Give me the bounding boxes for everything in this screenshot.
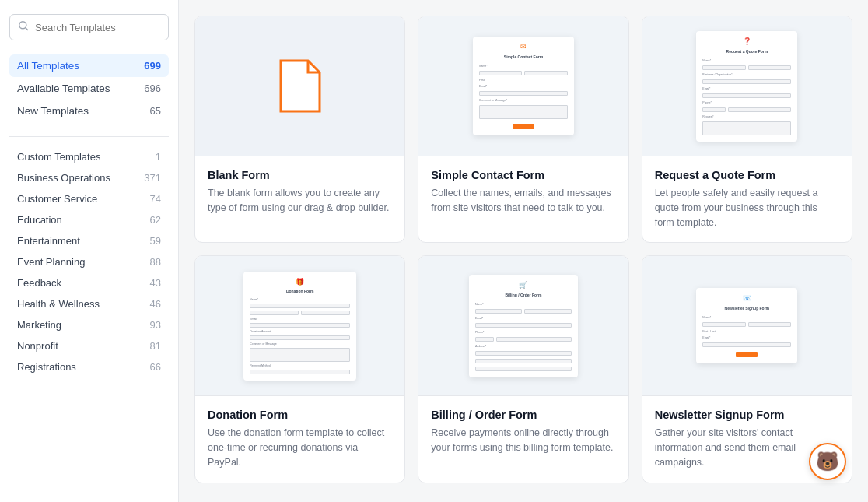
sidebar-cat-count: 1 bbox=[156, 151, 161, 163]
mini-icon-quote: ❓ bbox=[702, 37, 791, 45]
card-title: Donation Form bbox=[208, 409, 392, 421]
mini-title-contact: Simple Contact Form bbox=[479, 54, 568, 59]
sidebar-item-event-planning[interactable]: Event Planning 88 bbox=[9, 251, 169, 272]
card-title: Blank Form bbox=[208, 169, 392, 181]
sidebar-cat-label: Feedback bbox=[17, 277, 61, 289]
search-box[interactable] bbox=[9, 14, 169, 40]
card-body: Donation Form Use the donation form temp… bbox=[195, 396, 404, 482]
chat-icon: 🐻 bbox=[816, 451, 839, 472]
main-nav: All Templates 699 Available Templates 69… bbox=[9, 54, 169, 122]
card-preview-blank bbox=[195, 16, 404, 156]
sidebar-cat-count: 46 bbox=[150, 298, 161, 310]
sidebar-cat-label: Health & Wellness bbox=[17, 298, 100, 310]
templates-grid: Blank Form The blank form allows you to … bbox=[194, 16, 852, 483]
sidebar-cat-label: Registrations bbox=[17, 361, 76, 373]
sidebar-item-label: New Templates bbox=[17, 105, 89, 117]
sidebar-cat-count: 88 bbox=[150, 256, 161, 268]
sidebar-cat-label: Event Planning bbox=[17, 256, 85, 268]
mini-icon-newsletter: 📧 bbox=[702, 294, 791, 302]
mini-form-newsletter: 📧 Newsletter Signup Form Name* First Las… bbox=[696, 288, 797, 363]
template-card-blank-form[interactable]: Blank Form The blank form allows you to … bbox=[194, 16, 405, 243]
sidebar: All Templates 699 Available Templates 69… bbox=[0, 0, 179, 502]
card-body: Billing / Order Form Receive payments on… bbox=[418, 396, 628, 468]
sidebar-cat-label: Education bbox=[17, 214, 62, 226]
sidebar-item-health-wellness[interactable]: Health & Wellness 46 bbox=[9, 293, 169, 314]
mini-icon-contact: ✉ bbox=[479, 43, 568, 51]
card-preview-newsletter: 📧 Newsletter Signup Form Name* First Las… bbox=[642, 256, 852, 396]
sidebar-cat-label: Business Operations bbox=[17, 172, 110, 184]
sidebar-item-business-operations[interactable]: Business Operations 371 bbox=[9, 167, 169, 188]
card-preview-quote: ❓ Request a Quote Form Name* Business / … bbox=[642, 16, 852, 156]
mini-form-billing: 🛒 Billing / Order Form Name* Email* Phon… bbox=[469, 275, 578, 377]
mini-icon-billing: 🛒 bbox=[475, 281, 572, 289]
mini-icon-donation: 🎁 bbox=[250, 278, 350, 286]
card-body: Blank Form The blank form allows you to … bbox=[195, 156, 404, 228]
chat-bubble[interactable]: 🐻 bbox=[809, 443, 846, 480]
sidebar-cat-label: Entertainment bbox=[17, 235, 80, 247]
main-content: Blank Form The blank form allows you to … bbox=[179, 0, 868, 502]
categories-nav: Custom Templates 1 Business Operations 3… bbox=[9, 146, 169, 377]
sidebar-cat-label: Custom Templates bbox=[17, 151, 100, 163]
sidebar-item-marketing[interactable]: Marketing 93 bbox=[9, 314, 169, 335]
sidebar-divider bbox=[9, 136, 169, 137]
search-icon bbox=[18, 20, 29, 34]
sidebar-item-customer-service[interactable]: Customer Service 74 bbox=[9, 188, 169, 209]
card-desc: Receive payments online directly through… bbox=[431, 426, 615, 455]
sidebar-item-label: Available Templates bbox=[17, 82, 110, 94]
blank-form-icon bbox=[277, 57, 324, 115]
sidebar-item-count: 699 bbox=[144, 60, 161, 72]
card-desc: The blank form allows you to create any … bbox=[208, 186, 392, 216]
mini-title-billing: Billing / Order Form bbox=[475, 293, 572, 297]
sidebar-cat-count: 59 bbox=[150, 235, 161, 247]
sidebar-cat-count: 371 bbox=[144, 172, 161, 184]
mini-form-donation: 🎁 Donation Form Name* Email* Donation Am… bbox=[243, 272, 356, 381]
sidebar-item-count: 696 bbox=[144, 82, 161, 94]
sidebar-item-custom-templates[interactable]: Custom Templates 1 bbox=[9, 146, 169, 167]
card-desc: Use the donation form template to collec… bbox=[208, 426, 392, 469]
sidebar-cat-count: 66 bbox=[150, 361, 161, 373]
sidebar-cat-count: 43 bbox=[150, 277, 161, 289]
mini-form-quote: ❓ Request a Quote Form Name* Business / … bbox=[696, 31, 797, 142]
mini-title-quote: Request a Quote Form bbox=[702, 49, 791, 54]
template-card-request-quote[interactable]: ❓ Request a Quote Form Name* Business / … bbox=[642, 16, 852, 243]
mini-title-newsletter: Newsletter Signup Form bbox=[702, 306, 791, 311]
sidebar-cat-count: 81 bbox=[150, 340, 161, 352]
sidebar-item-available-templates[interactable]: Available Templates 696 bbox=[9, 77, 169, 100]
search-input[interactable] bbox=[35, 22, 160, 33]
sidebar-item-all-templates[interactable]: All Templates 699 bbox=[9, 54, 169, 77]
sidebar-item-nonprofit[interactable]: Nonprofit 81 bbox=[9, 335, 169, 356]
template-card-donation[interactable]: 🎁 Donation Form Name* Email* Donation Am… bbox=[194, 255, 405, 483]
template-card-billing[interactable]: 🛒 Billing / Order Form Name* Email* Phon… bbox=[418, 255, 628, 483]
card-desc: Collect the names, emails, and messages … bbox=[431, 186, 615, 216]
card-title: Request a Quote Form bbox=[655, 169, 839, 181]
sidebar-item-new-templates[interactable]: New Templates 65 bbox=[9, 100, 169, 122]
sidebar-item-count: 65 bbox=[150, 105, 161, 117]
card-title: Billing / Order Form bbox=[431, 409, 615, 421]
sidebar-item-label: All Templates bbox=[17, 60, 79, 72]
template-card-simple-contact[interactable]: ✉ Simple Contact Form Name* First Email*… bbox=[418, 16, 628, 243]
sidebar-item-entertainment[interactable]: Entertainment 59 bbox=[9, 230, 169, 251]
sidebar-item-education[interactable]: Education 62 bbox=[9, 209, 169, 230]
card-preview-billing: 🛒 Billing / Order Form Name* Email* Phon… bbox=[418, 256, 628, 396]
svg-line-1 bbox=[26, 28, 28, 30]
sidebar-cat-count: 62 bbox=[150, 214, 161, 226]
card-title: Newsletter Signup Form bbox=[655, 409, 839, 421]
sidebar-item-registrations[interactable]: Registrations 66 bbox=[9, 356, 169, 377]
mini-title-donation: Donation Form bbox=[250, 289, 350, 293]
card-body: Simple Contact Form Collect the names, e… bbox=[418, 156, 628, 228]
card-title: Simple Contact Form bbox=[431, 169, 615, 181]
sidebar-cat-label: Marketing bbox=[17, 319, 61, 331]
sidebar-item-feedback[interactable]: Feedback 43 bbox=[9, 272, 169, 293]
mini-form-contact: ✉ Simple Contact Form Name* First Email*… bbox=[473, 37, 574, 135]
card-desc: Let people safely and easily request a q… bbox=[655, 186, 839, 230]
sidebar-cat-count: 93 bbox=[150, 319, 161, 331]
card-preview-contact: ✉ Simple Contact Form Name* First Email*… bbox=[418, 16, 628, 156]
card-preview-donation: 🎁 Donation Form Name* Email* Donation Am… bbox=[195, 256, 404, 396]
sidebar-cat-label: Customer Service bbox=[17, 193, 97, 205]
sidebar-cat-count: 74 bbox=[150, 193, 161, 205]
sidebar-cat-label: Nonprofit bbox=[17, 340, 58, 352]
card-body: Request a Quote Form Let people safely a… bbox=[642, 156, 852, 242]
